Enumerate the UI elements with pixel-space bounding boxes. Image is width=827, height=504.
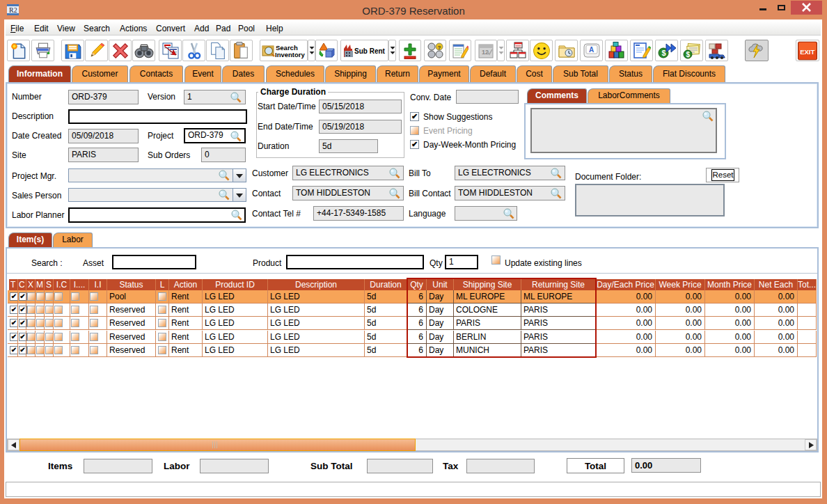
svg-text:$: $ [686, 50, 690, 58]
svg-text:?: ? [438, 44, 441, 50]
svg-text:Sub Rent: Sub Rent [354, 47, 386, 55]
svg-text:EXIT: EXIT [800, 47, 814, 55]
svg-text:$: $ [661, 49, 665, 57]
svg-text:A: A [589, 46, 594, 54]
svg-text:Inventory: Inventory [275, 51, 305, 58]
